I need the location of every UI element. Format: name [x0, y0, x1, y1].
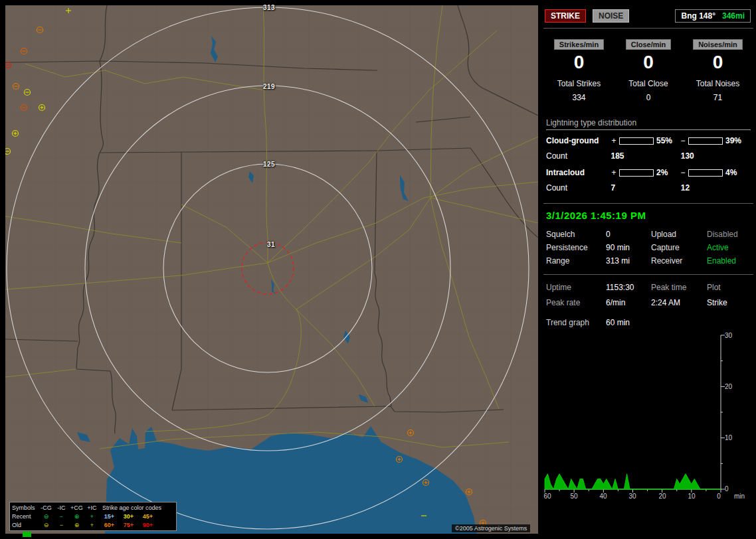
svg-text:20: 20: [725, 383, 733, 390]
ic-count-row: Count 7 12: [546, 183, 751, 194]
trend-graph-label: Trend graph: [546, 316, 606, 329]
svg-text:40: 40: [599, 493, 607, 500]
minus-sign: −: [679, 168, 687, 177]
legend-age-title: Strike age color codes: [100, 504, 174, 511]
status-indicator: [23, 532, 31, 537]
map-legend: Symbols -CG -IC +CG +IC Strike age color…: [9, 502, 177, 531]
age-badge-15: 15+: [100, 513, 119, 520]
cg-positive-count: 185: [611, 151, 680, 162]
svg-text:20: 20: [658, 493, 666, 500]
age-badge-75: 75+: [119, 522, 138, 528]
total-close-label: Total Close: [628, 79, 668, 88]
range-label: Range: [546, 254, 606, 268]
noises-per-min-value: 0: [713, 52, 723, 72]
peak-time-label: Peak time: [651, 280, 707, 295]
noise-mode-button[interactable]: NOISE: [593, 9, 629, 23]
count-label: Count: [546, 151, 611, 162]
legend-col-neg-ic: -IC: [54, 504, 69, 511]
total-strikes-value: 334: [572, 93, 585, 102]
persistence-value: 90 min: [606, 241, 651, 254]
trend-window-value: 60 min: [606, 316, 751, 329]
receiver-status: Enabled: [707, 254, 751, 268]
trend-graph: 30 20 10 0 60 50 40 30 20 10 0 min: [543, 332, 752, 502]
uptime-value: 1153:30: [606, 280, 651, 295]
svg-text:0: 0: [725, 485, 729, 493]
datetime-block: 3/1/2026 1:45:19 PM: [543, 203, 753, 221]
recent-neg-cg-icon: ⊖: [39, 513, 54, 520]
graph-axes: [545, 335, 721, 489]
capture-status: Active: [707, 241, 751, 254]
strikes-per-min-value: 0: [574, 52, 585, 72]
svg-text:10: 10: [725, 434, 733, 441]
svg-text:30: 30: [628, 493, 636, 500]
ic-negative-count: 12: [681, 183, 751, 194]
intracloud-row: Intracloud + 2% − 4%: [546, 167, 751, 178]
svg-text:60: 60: [543, 493, 551, 500]
graph-x-labels: 60 50 40 30 20 10 0 min: [543, 493, 745, 500]
stats-grid: Uptime 1153:30 Peak time Plot Peak rate …: [546, 280, 751, 311]
totals-row: Total Strikes 334 Total Close 0 Total No…: [545, 79, 752, 102]
cg-negative-bar: [688, 137, 723, 145]
close-per-min-label: Close/min: [626, 39, 672, 50]
upload-status: Disabled: [707, 228, 751, 241]
recent-pos-ic-icon: +: [84, 513, 100, 520]
count-label: Count: [546, 183, 611, 194]
section-divider: [543, 274, 753, 275]
uptime-label: Uptime: [546, 280, 606, 295]
status-panel: STRIKE NOISE Bng 148° 346mi Strikes/min …: [543, 0, 753, 539]
bearing-value: Bng 148°: [681, 11, 715, 21]
peak-rate-value: 6/min: [606, 295, 651, 311]
cg-negative-count: 130: [681, 151, 751, 162]
strike-mode-button[interactable]: STRIKE: [545, 9, 586, 23]
ic-positive-count: 7: [611, 183, 680, 194]
age-badge-90: 90+: [138, 522, 157, 528]
legend-symbols-header: Symbols: [12, 504, 39, 511]
squelch-label: Squelch: [546, 228, 606, 241]
recent-pos-cg-icon: ⊕: [69, 513, 84, 520]
bearing-distance: 346mi: [722, 11, 745, 21]
rate-counters: Strikes/min 0 Close/min 0 Noises/min 0: [545, 39, 752, 72]
svg-text:30: 30: [725, 332, 733, 339]
old-neg-ic-icon: −: [54, 522, 69, 528]
peak-time-value: 2:24 AM: [651, 295, 707, 311]
plot-label: Plot: [707, 280, 751, 295]
cg-positive-bar: [619, 137, 654, 145]
ic-positive-pct: 2%: [655, 168, 679, 177]
close-per-min-value: 0: [643, 52, 654, 72]
strikes-per-min-label: Strikes/min: [554, 39, 604, 50]
ic-negative-pct: 4%: [724, 168, 748, 177]
legend-col-pos-cg: +CG: [69, 504, 84, 511]
age-badge-45: 45+: [138, 513, 157, 520]
peak-rate-label: Peak rate: [546, 295, 606, 311]
legend-col-pos-ic: +IC: [84, 504, 100, 511]
cg-count-row: Count 185 130: [546, 151, 751, 162]
cloud-ground-row: Cloud-ground + 55% − 39%: [546, 135, 751, 146]
trend-header: Trend graph 60 min: [546, 316, 751, 329]
receiver-label: Receiver: [651, 254, 707, 268]
old-pos-ic-icon: +: [84, 522, 100, 528]
current-datetime: 3/1/2026 1:45:19 PM: [546, 210, 646, 221]
ic-positive-bar: [619, 169, 654, 177]
copyright-attribution: ©2005 Astrogenic Systems: [452, 524, 530, 532]
old-neg-cg-icon: ⊖: [39, 522, 54, 528]
noises-per-min-label: Noises/min: [693, 39, 743, 50]
range-value: 313 mi: [606, 254, 651, 268]
old-pos-cg-icon: ⊕: [69, 522, 84, 528]
plus-sign: +: [610, 168, 618, 177]
svg-text:50: 50: [570, 493, 578, 500]
total-close-value: 0: [646, 93, 651, 102]
lightning-map[interactable]: 313 219 125 31 Symbols -CG -IC +CG +IC S…: [5, 5, 538, 534]
ic-negative-bar: [688, 169, 723, 177]
graph-ticks: [545, 335, 725, 493]
squelch-value: 0: [606, 228, 651, 241]
total-strikes-label: Total Strikes: [557, 79, 601, 88]
trend-series: [545, 474, 721, 489]
plot-value: Strike: [707, 295, 751, 311]
minus-sign: −: [679, 136, 687, 145]
age-badge-30: 30+: [119, 513, 138, 520]
capture-label: Capture: [651, 241, 707, 254]
distribution-title: Lightning type distribution: [546, 118, 751, 130]
graph-x-unit: min: [734, 493, 745, 500]
persistence-label: Persistence: [546, 241, 606, 254]
legend-recent-label: Recent: [12, 513, 39, 520]
